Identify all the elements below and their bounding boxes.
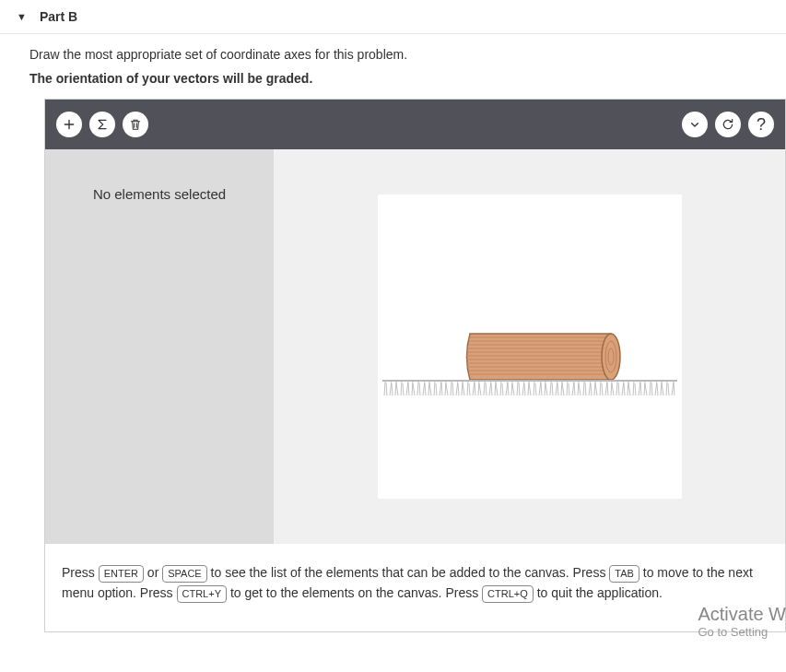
workspace: No elements selected bbox=[45, 149, 785, 544]
kbd-ctrly: CTRL+Y bbox=[177, 585, 228, 604]
instruction-bold: The orientation of your vectors will be … bbox=[0, 65, 786, 99]
sigma-icon bbox=[95, 117, 110, 132]
keyboard-help-text: Press ENTER or SPACE to see the list of … bbox=[45, 544, 785, 631]
dropdown-button[interactable] bbox=[682, 112, 708, 137]
reset-button[interactable] bbox=[715, 112, 741, 137]
kbd-ctrlq: CTRL+Q bbox=[482, 585, 534, 604]
kbd-enter: ENTER bbox=[99, 565, 144, 584]
delete-button[interactable] bbox=[123, 112, 148, 137]
section-title: Part B bbox=[40, 9, 77, 24]
collapse-caret-icon[interactable]: ▼ bbox=[17, 11, 27, 22]
drawing-widget: ? No elements selected bbox=[44, 99, 786, 632]
section-header[interactable]: ▼ Part B bbox=[0, 0, 786, 34]
kbd-tab: TAB bbox=[609, 565, 639, 584]
canvas[interactable] bbox=[378, 195, 682, 499]
help-button[interactable]: ? bbox=[748, 112, 774, 137]
instruction-text: Draw the most appropriate set of coordin… bbox=[0, 34, 786, 65]
canvas-area[interactable] bbox=[274, 149, 785, 544]
grass-icon bbox=[382, 380, 677, 395]
reset-icon bbox=[721, 117, 735, 132]
selection-panel: No elements selected bbox=[45, 149, 274, 544]
sum-button[interactable] bbox=[89, 112, 115, 137]
svg-rect-3 bbox=[382, 380, 677, 382]
chevron-down-icon bbox=[687, 117, 702, 132]
kbd-space: SPACE bbox=[162, 565, 206, 584]
toolbar: ? bbox=[45, 100, 785, 149]
trash-icon bbox=[128, 117, 143, 132]
plus-icon bbox=[62, 117, 76, 132]
log-icon bbox=[466, 334, 620, 380]
add-button[interactable] bbox=[56, 112, 82, 137]
help-icon: ? bbox=[757, 115, 766, 135]
problem-figure bbox=[382, 291, 677, 402]
selection-status: No elements selected bbox=[62, 186, 257, 202]
